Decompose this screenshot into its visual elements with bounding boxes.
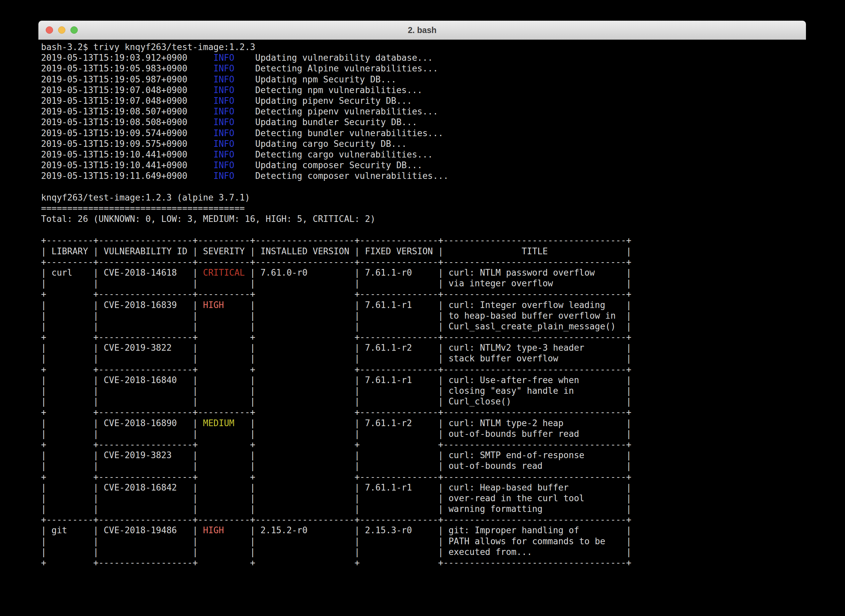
terminal-text: Detecting cargo vulnerabilities...: [234, 150, 433, 160]
terminal-text: Detecting npm vulnerabilities...: [234, 85, 422, 95]
terminal-line: | | | | | | PATH allows for commands to …: [41, 536, 806, 547]
terminal-line: | | | | | | Curl_sasl_create_plain_messa…: [41, 321, 806, 332]
terminal-line: =======================================: [41, 203, 806, 214]
terminal-text: | | | | | | Curl_sasl_create_plain_messa…: [41, 321, 631, 331]
terminal-text: Updating vulnerability database...: [234, 53, 433, 63]
terminal-text: 2019-05-13T15:19:08.507+0900: [41, 106, 214, 116]
terminal-text: 2019-05-13T15:19:05.987+0900: [41, 75, 214, 84]
terminal-line: 2019-05-13T15:19:10.441+0900 INFO Detect…: [41, 149, 806, 160]
terminal-text: | | | | | | PATH allows for commands to …: [41, 536, 631, 546]
terminal-line: | | | | | | to heap-based buffer overflo…: [41, 310, 806, 321]
terminal-line: +---------+------------------+----------…: [41, 235, 806, 246]
high-text: HIGH: [203, 525, 224, 535]
high-text: HIGH: [203, 300, 224, 310]
terminal-text: | git | CVE-2018-19486 |: [41, 525, 203, 535]
info-text: INFO: [214, 85, 235, 95]
window-title: 2. bash: [38, 21, 806, 40]
terminal-line: | | CVE-2019-3823 | | | | curl: SMTP end…: [41, 450, 806, 461]
terminal-text: | | 7.61.1-r2 | curl: NTLM type-2 heap |: [234, 418, 631, 428]
terminal-line: + +------------------+ + + +------------…: [41, 557, 806, 568]
terminal-line: | | | | | | stack buffer overflow |: [41, 353, 806, 364]
desktop-background: 2. bash bash-3.2$ trivy knqyf263/test-im…: [0, 0, 845, 616]
terminal-text: | curl | CVE-2018-14618 |: [41, 268, 203, 278]
terminal-line: 2019-05-13T15:19:07.048+0900 INFO Detect…: [41, 85, 806, 95]
info-text: INFO: [214, 117, 235, 127]
terminal-line: 2019-05-13T15:19:03.912+0900 INFO Updati…: [41, 53, 806, 63]
terminal-text: | | CVE-2019-3823 | | | | curl: SMTP end…: [41, 450, 631, 460]
terminal-text: | | | | | | Curl_close() |: [41, 396, 631, 406]
critical-text: CRITICAL: [203, 268, 245, 278]
terminal-line: 2019-05-13T15:19:09.575+0900 INFO Updati…: [41, 138, 806, 149]
terminal-text: knqyf263/test-image:1.2.3 (alpine 3.7.1): [41, 192, 250, 202]
terminal-line: 2019-05-13T15:19:08.508+0900 INFO Updati…: [41, 117, 806, 128]
terminal-text: | | | | | | over-read in the curl tool |: [41, 493, 631, 503]
terminal-line: [41, 181, 806, 192]
terminal-text: Total: 26 (UNKNOWN: 0, LOW: 3, MEDIUM: 1…: [41, 214, 376, 224]
window-titlebar[interactable]: 2. bash: [38, 21, 806, 40]
info-text: INFO: [214, 75, 235, 84]
terminal-text: =======================================: [41, 203, 245, 213]
terminal-output[interactable]: bash-3.2$ trivy knqyf263/test-image:1.2.…: [38, 40, 806, 568]
terminal-text: | | | | | | executed from... |: [41, 547, 631, 557]
terminal-line: +---------+------------------+----------…: [41, 257, 806, 267]
info-text: INFO: [214, 53, 235, 63]
info-text: INFO: [214, 63, 235, 73]
terminal-text: | | | | | | to heap-based buffer overflo…: [41, 311, 631, 321]
terminal-text: | | CVE-2018-16890 |: [41, 418, 203, 428]
terminal-text: 2019-05-13T15:19:05.983+0900: [41, 63, 214, 73]
terminal-text: 2019-05-13T15:19:09.575+0900: [41, 139, 214, 149]
terminal-text: | | | | | | stack buffer overflow |: [41, 353, 631, 364]
terminal-line: 2019-05-13T15:19:05.987+0900 INFO Updati…: [41, 74, 806, 85]
terminal-text: Detecting pipenv vulnerabilities...: [234, 106, 438, 116]
terminal-text: | | | | | | closing "easy" handle in |: [41, 386, 631, 396]
terminal-text: | | | | | | warning formatting |: [41, 504, 631, 514]
terminal-line: | | CVE-2018-16839 | HIGH | | 7.61.1-r1 …: [41, 300, 806, 310]
terminal-line: | LIBRARY | VULNERABILITY ID | SEVERITY …: [41, 246, 806, 257]
terminal-text: 2019-05-13T15:19:07.048+0900: [41, 96, 214, 106]
terminal-line: + +------------------+----------+ +-----…: [41, 407, 806, 418]
terminal-text: 2019-05-13T15:19:10.441+0900: [41, 150, 214, 160]
terminal-line: 2019-05-13T15:19:08.507+0900 INFO Detect…: [41, 106, 806, 117]
terminal-line: | | CVE-2018-16842 | | | 7.61.1-r1 | cur…: [41, 482, 806, 493]
terminal-line: + +------------------+----------+ +-----…: [41, 289, 806, 299]
terminal-line: 2019-05-13T15:19:05.983+0900 INFO Detect…: [41, 63, 806, 74]
info-text: INFO: [214, 160, 235, 170]
info-text: INFO: [214, 139, 235, 149]
terminal-text: Updating cargo Security DB...: [234, 139, 407, 149]
terminal-text: | | CVE-2018-16840 | | | 7.61.1-r1 | cur…: [41, 375, 631, 385]
terminal-line: | | | | | | closing "easy" handle in |: [41, 386, 806, 396]
terminal-line: knqyf263/test-image:1.2.3 (alpine 3.7.1): [41, 192, 806, 203]
terminal-text: | | CVE-2018-16842 | | | 7.61.1-r1 | cur…: [41, 483, 631, 493]
terminal-text: | | 7.61.1-r1 | curl: Integer overflow l…: [224, 300, 631, 310]
terminal-text: | | CVE-2018-16839 |: [41, 300, 203, 310]
terminal-text: + +------------------+ + + +------------…: [41, 440, 631, 449]
terminal-text: | | | | | | out-of-bounds buffer read |: [41, 429, 631, 439]
info-text: INFO: [214, 150, 235, 160]
info-text: INFO: [214, 171, 235, 181]
terminal-line: Total: 26 (UNKNOWN: 0, LOW: 3, MEDIUM: 1…: [41, 214, 806, 224]
terminal-text: + +------------------+ + +--------------…: [41, 332, 631, 342]
terminal-text: | 7.61.0-r0 | 7.61.1-r0 | curl: NTLM pas…: [245, 268, 631, 278]
terminal-line: | | | | | | over-read in the curl tool |: [41, 493, 806, 503]
terminal-text: Detecting composer vulnerabilities...: [234, 171, 449, 181]
terminal-line: | | | | | | executed from... |: [41, 547, 806, 557]
terminal-text: + +------------------+ + + +------------…: [41, 557, 631, 568]
terminal-text: bash-3.2$ trivy knqyf263/test-image:1.2.…: [41, 42, 255, 52]
terminal-text: + +------------------+----------+ +-----…: [41, 407, 631, 417]
terminal-line: 2019-05-13T15:19:07.048+0900 INFO Updati…: [41, 95, 806, 106]
terminal-text: | | | | | | via integer overflow |: [41, 278, 631, 288]
terminal-text: Detecting Alpine vulnerabilities...: [234, 63, 438, 73]
terminal-text: 2019-05-13T15:19:07.048+0900: [41, 85, 214, 95]
terminal-line: | | | | | | out-of-bounds buffer read |: [41, 428, 806, 439]
terminal-text: | | CVE-2019-3822 | | | 7.61.1-r2 | curl…: [41, 343, 631, 353]
terminal-line: | | | | | | warning formatting |: [41, 503, 806, 514]
terminal-window: 2. bash bash-3.2$ trivy knqyf263/test-im…: [38, 21, 806, 603]
terminal-text: Updating bundler Security DB...: [234, 117, 417, 127]
terminal-text: | LIBRARY | VULNERABILITY ID | SEVERITY …: [41, 246, 631, 256]
terminal-text: +---------+------------------+----------…: [41, 515, 631, 525]
terminal-text: Updating npm Security DB...: [234, 75, 396, 84]
terminal-text: + +------------------+ + +--------------…: [41, 364, 631, 374]
terminal-text: + +------------------+----------+ +-----…: [41, 289, 631, 299]
terminal-text: Detecting bundler vulnerabilities...: [234, 128, 443, 138]
terminal-line: | | | | | | Curl_close() |: [41, 396, 806, 407]
